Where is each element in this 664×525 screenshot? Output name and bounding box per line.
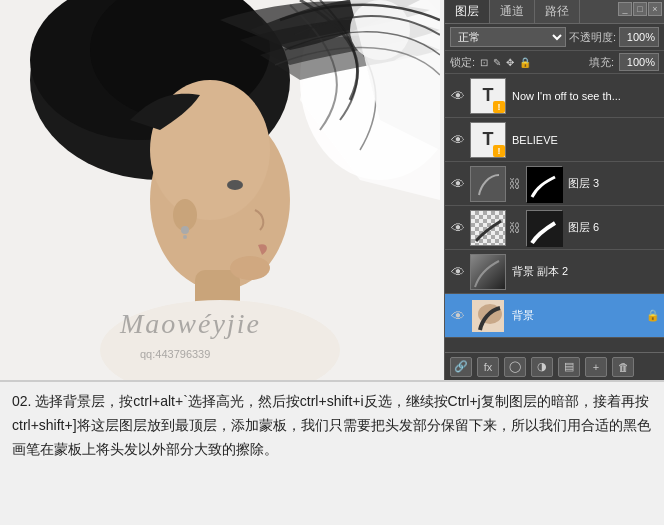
opacity-label: 不透明度: xyxy=(569,30,616,45)
tab-layers[interactable]: 图层 xyxy=(445,0,490,23)
layer-visibility-bg-copy2[interactable]: 👁 xyxy=(449,263,467,281)
svg-point-6 xyxy=(150,110,290,290)
svg-point-7 xyxy=(150,80,270,220)
svg-point-1 xyxy=(300,0,440,180)
restore-button[interactable]: □ xyxy=(633,2,647,16)
group-button[interactable]: ▤ xyxy=(558,357,580,377)
layer-name-now: Now I'm off to see th... xyxy=(509,90,660,102)
svg-point-10 xyxy=(227,180,243,190)
text-area: 02. 选择背景层，按ctrl+alt+`选择高光，然后按ctrl+shift+… xyxy=(0,380,664,525)
layer-item-now[interactable]: 👁 T ! Now I'm off to see th... xyxy=(445,74,664,118)
layer-visibility-layer6[interactable]: 👁 xyxy=(449,219,467,237)
adjustment-button[interactable]: ◑ xyxy=(531,357,553,377)
lock-paint-icon[interactable]: ✎ xyxy=(493,57,501,68)
svg-marker-17 xyxy=(350,0,440,150)
panel-bottom: 🔗 fx ◯ ◑ ▤ + 🗑 xyxy=(445,352,664,380)
layer-list: 👁 T ! Now I'm off to see th... 👁 T ! BEL… xyxy=(445,74,664,352)
svg-rect-19 xyxy=(527,167,563,203)
svg-point-15 xyxy=(350,0,410,60)
layer-visibility-background[interactable]: 👁 xyxy=(449,307,467,325)
lock-label: 锁定: xyxy=(450,55,475,70)
layer-item-layer6[interactable]: 👁 ⛓ 图层 6 xyxy=(445,206,664,250)
layer-mask-layer3 xyxy=(526,166,562,202)
fill-label: 填充: xyxy=(589,55,614,70)
layer-thumb-layer3 xyxy=(470,166,506,202)
layer-name-layer3: 图层 3 xyxy=(565,176,660,191)
layer-item-bg-copy2[interactable]: 👁 背景 副本 2 xyxy=(445,250,664,294)
svg-point-16 xyxy=(385,55,435,105)
svg-point-14 xyxy=(230,256,270,280)
svg-rect-18 xyxy=(471,167,506,202)
layer-visibility-layer3[interactable]: 👁 xyxy=(449,175,467,193)
svg-point-5 xyxy=(90,0,270,120)
layer-visibility-now[interactable]: 👁 xyxy=(449,87,467,105)
svg-point-11 xyxy=(173,199,197,231)
svg-point-12 xyxy=(181,226,189,234)
tab-channels[interactable]: 通道 xyxy=(490,0,535,23)
delete-layer-button[interactable]: 🗑 xyxy=(612,357,634,377)
layer-thumb-believe: T ! xyxy=(470,122,506,158)
instruction-text: 02. 选择背景层，按ctrl+alt+`选择高光，然后按ctrl+shift+… xyxy=(12,393,651,457)
watermark: Maowéyjie xyxy=(120,308,261,340)
new-layer-button[interactable]: + xyxy=(585,357,607,377)
layer-item-layer3[interactable]: 👁 ⛓ 图层 3 xyxy=(445,162,664,206)
layer-name-believe: BELIEVE xyxy=(509,134,660,146)
layer-lock-icon: 🔒 xyxy=(646,309,660,322)
fill-input[interactable] xyxy=(619,53,659,71)
svg-marker-2 xyxy=(300,0,440,200)
layers-panel: _ □ × 图层 通道 路径 正常 溶解 正片叠底 不透明度: 锁定: ⊡ ✎ … xyxy=(444,0,664,380)
layer-thumb-layer6 xyxy=(470,210,506,246)
lock-transparent-icon[interactable]: ⊡ xyxy=(480,57,488,68)
layer-thumb-background xyxy=(470,298,506,334)
photo-canvas: Maowéyjie qq:443796339 xyxy=(0,0,440,380)
warning-badge-now: ! xyxy=(493,101,505,113)
lock-row: 锁定: ⊡ ✎ ✥ 🔒 填充: xyxy=(445,51,664,74)
svg-point-13 xyxy=(183,235,187,239)
layer-name-layer6: 图层 6 xyxy=(565,220,660,235)
opacity-input[interactable] xyxy=(619,27,659,47)
layer-thumb-bg-copy2 xyxy=(470,254,506,290)
thumb-chain-layer3: ⛓ xyxy=(509,177,521,191)
layer-visibility-believe[interactable]: 👁 xyxy=(449,131,467,149)
lock-move-icon[interactable]: ✥ xyxy=(506,57,514,68)
watermark-qq: qq:443796339 xyxy=(140,348,210,360)
warning-badge-believe: ! xyxy=(493,145,505,157)
layer-thumb-now: T ! xyxy=(470,78,506,114)
layer-item-background[interactable]: 👁 背景 🔒 xyxy=(445,294,664,338)
blend-row: 正常 溶解 正片叠底 不透明度: xyxy=(445,24,664,51)
minimize-button[interactable]: _ xyxy=(618,2,632,16)
layer-name-background: 背景 xyxy=(509,308,643,323)
close-button[interactable]: × xyxy=(648,2,662,16)
layer-mask-layer6 xyxy=(526,210,562,246)
fx-button[interactable]: fx xyxy=(477,357,499,377)
thumb-chain-layer6: ⛓ xyxy=(509,221,521,235)
svg-point-4 xyxy=(30,0,250,140)
lock-all-icon[interactable]: 🔒 xyxy=(519,57,531,68)
blend-mode-select[interactable]: 正常 溶解 正片叠底 xyxy=(450,27,566,47)
layer-name-bg-copy2: 背景 副本 2 xyxy=(509,264,660,279)
mask-button[interactable]: ◯ xyxy=(504,357,526,377)
tab-paths[interactable]: 路径 xyxy=(535,0,580,23)
svg-point-3 xyxy=(30,0,290,180)
link-button[interactable]: 🔗 xyxy=(450,357,472,377)
layer-item-believe[interactable]: 👁 T ! BELIEVE xyxy=(445,118,664,162)
